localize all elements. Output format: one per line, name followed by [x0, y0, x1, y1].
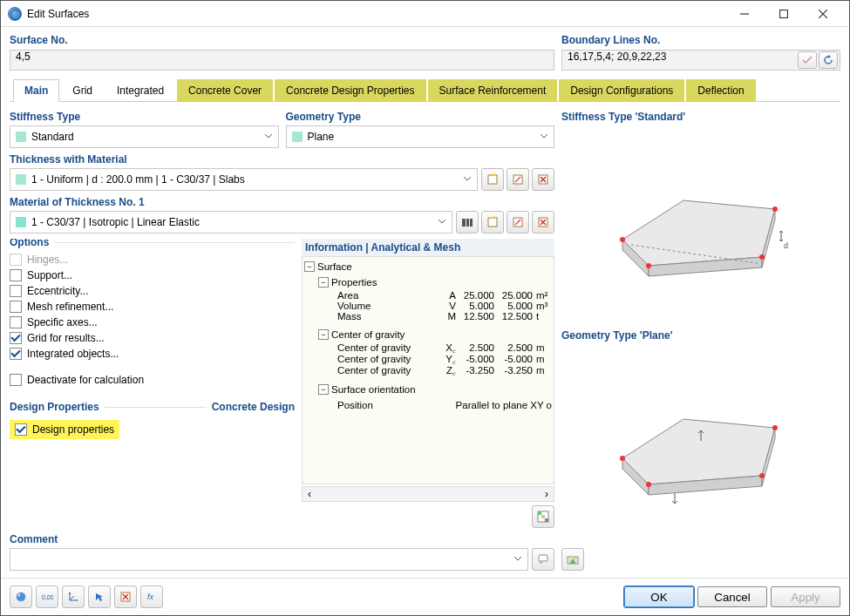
svg-point-41	[18, 593, 21, 597]
window-title: Edit Surfaces	[27, 8, 724, 20]
scroll-left-icon[interactable]: ‹	[303, 487, 316, 501]
svg-rect-7	[462, 219, 466, 227]
stiffness-type-label: Stiffness Type	[10, 111, 279, 123]
support-checkbox[interactable]: Support...	[10, 269, 295, 281]
boundary-lines-input[interactable]: 16,17,5,4; 20,9,22,23	[561, 50, 840, 71]
pointer-icon[interactable]	[88, 586, 111, 608]
svg-point-33	[759, 473, 765, 478]
apply-button: Apply	[771, 586, 840, 607]
app-icon	[8, 7, 22, 21]
pick-lines-icon[interactable]	[798, 51, 817, 69]
delete-material-icon[interactable]	[532, 211, 554, 234]
scroll-right-icon[interactable]: ›	[540, 487, 554, 501]
svg-point-38	[575, 558, 577, 560]
grid-results-checkbox[interactable]: Grid for results...	[10, 332, 295, 344]
svg-rect-10	[488, 218, 497, 227]
svg-point-32	[620, 456, 625, 461]
tabs: Main Grid Integrated Concrete Cover Conc…	[10, 79, 840, 102]
surface-no-input[interactable]: 4,5	[10, 50, 554, 71]
concrete-design-heading: Concrete Design	[207, 401, 295, 413]
info-tree[interactable]: −Surface −Properties AreaA25.00025.000m²…	[302, 256, 554, 484]
geometry-preview	[561, 347, 840, 543]
stiffness-type-dropdown[interactable]: Standard	[10, 125, 279, 148]
svg-point-35	[646, 482, 651, 487]
swatch-icon	[16, 174, 26, 185]
chevron-down-icon	[463, 173, 472, 186]
comment-dropdown[interactable]	[10, 548, 528, 571]
design-properties-heading: Design Properties	[10, 401, 105, 413]
chevron-down-icon	[540, 131, 548, 143]
svg-rect-16	[545, 518, 548, 522]
design-properties-checkbox[interactable]: Design properties	[15, 423, 114, 436]
tab-design-configurations[interactable]: Design Configurations	[559, 79, 684, 101]
tab-concrete-cover[interactable]: Concrete Cover	[177, 79, 273, 101]
material-dropdown[interactable]: 1 - C30/37 | Isotropic | Linear Elastic	[10, 211, 452, 234]
swatch-icon	[16, 217, 26, 227]
cancel-button[interactable]: Cancel	[697, 586, 767, 607]
collapse-icon[interactable]: −	[318, 329, 329, 340]
eccentricity-checkbox[interactable]: Eccentricity...	[10, 285, 295, 297]
minimize-button[interactable]	[724, 2, 764, 26]
tab-surface-reinforcement[interactable]: Surface Reinforcement	[428, 79, 558, 101]
edit-thickness-icon[interactable]	[507, 168, 529, 191]
tab-deflection[interactable]: Deflection	[686, 79, 755, 101]
svg-marker-28	[622, 419, 775, 484]
options-heading: Options	[10, 239, 54, 248]
integrated-objects-checkbox[interactable]: Integrated objects...	[10, 348, 295, 360]
chevron-down-icon	[264, 131, 273, 143]
revert-icon[interactable]	[819, 51, 838, 69]
close-button[interactable]	[803, 2, 842, 26]
svg-rect-9	[470, 219, 473, 227]
thickness-label: Thickness with Material	[10, 153, 554, 166]
svg-point-24	[759, 254, 765, 260]
stiffness-preview-title: Stiffness Type 'Standard'	[561, 111, 840, 123]
help-icon[interactable]	[10, 586, 32, 608]
axes-icon[interactable]	[62, 586, 85, 608]
mesh-refinement-checkbox[interactable]: Mesh refinement...	[10, 301, 295, 313]
function-icon[interactable]: fx	[140, 586, 163, 608]
material-library-icon[interactable]	[456, 211, 479, 234]
collapse-icon[interactable]: −	[304, 261, 315, 272]
swatch-icon	[292, 132, 303, 142]
svg-rect-4	[488, 175, 497, 184]
thickness-dropdown[interactable]: 1 - Uniform | d : 200.0 mm | 1 - C30/37 …	[10, 168, 478, 191]
new-thickness-icon[interactable]	[481, 168, 504, 191]
tab-concrete-design-properties[interactable]: Concrete Design Properties	[275, 79, 425, 101]
tab-main[interactable]: Main	[13, 79, 59, 102]
edit-material-icon[interactable]	[507, 211, 529, 234]
deactivate-checkbox[interactable]: Deactivate for calculation	[10, 374, 295, 386]
table-color-icon[interactable]	[532, 505, 554, 528]
tab-grid[interactable]: Grid	[61, 79, 104, 101]
svg-text:d: d	[784, 241, 788, 250]
units-icon[interactable]: 0,00	[36, 586, 58, 608]
footer: 0,00 fx OK Cancel Apply	[1, 578, 849, 615]
svg-point-23	[620, 237, 625, 242]
specific-axes-checkbox[interactable]: Specific axes...	[10, 316, 295, 328]
chevron-down-icon	[513, 553, 522, 565]
geometry-preview-title: Geometry Type 'Plane'	[561, 329, 840, 342]
new-material-icon[interactable]	[481, 211, 504, 234]
svg-rect-14	[538, 511, 541, 515]
comment-apply-icon[interactable]	[532, 548, 554, 571]
svg-text:fx: fx	[147, 592, 154, 601]
svg-point-26	[646, 263, 651, 268]
svg-rect-1	[779, 10, 787, 17]
svg-point-34	[772, 425, 778, 430]
geometry-type-dropdown[interactable]: Plane	[286, 125, 555, 148]
collapse-icon[interactable]: −	[318, 277, 329, 288]
swatch-icon	[16, 132, 26, 142]
svg-rect-17	[539, 555, 547, 561]
geometry-type-label: Geometry Type	[286, 111, 555, 123]
delete-thickness-icon[interactable]	[532, 168, 554, 191]
tab-integrated[interactable]: Integrated	[105, 79, 175, 101]
ok-button[interactable]: OK	[624, 586, 694, 607]
maximize-button[interactable]	[764, 2, 803, 26]
surface-no-label: Surface No.	[10, 34, 554, 46]
horizontal-scrollbar[interactable]: ‹ ›	[302, 486, 554, 502]
collapse-icon[interactable]: −	[318, 384, 329, 395]
svg-point-43	[69, 592, 71, 594]
render-settings-icon[interactable]	[561, 548, 584, 571]
reset-icon[interactable]	[114, 586, 137, 608]
svg-point-44	[76, 599, 78, 601]
boundary-lines-label: Boundary Lines No.	[561, 34, 840, 46]
